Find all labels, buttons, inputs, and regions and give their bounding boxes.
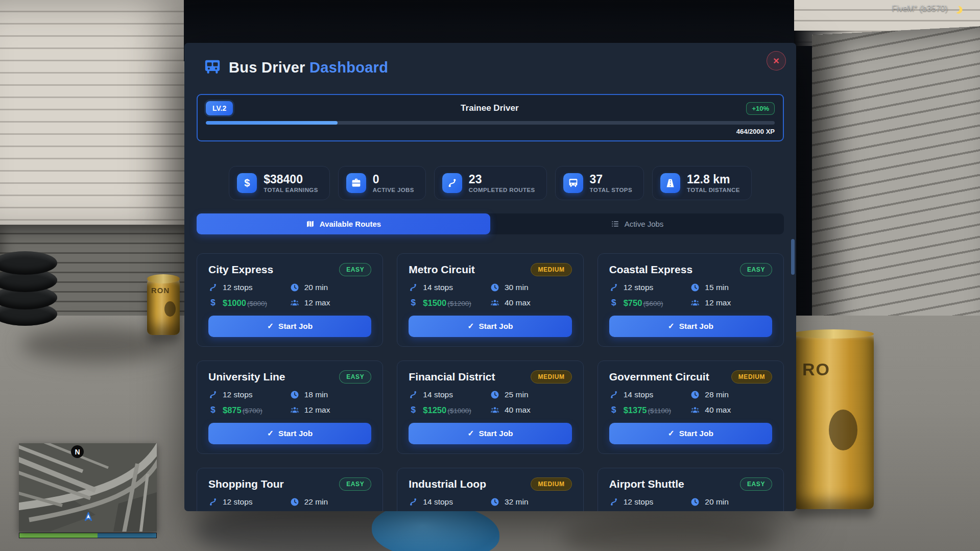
player-marker [83, 512, 93, 522]
clock-icon [690, 283, 700, 292]
check-icon: ✓ [467, 322, 474, 331]
route-icon [609, 283, 618, 292]
clock-icon [490, 390, 499, 399]
dollar-icon: $ [409, 405, 418, 415]
start-job-button[interactable]: ✓ Start Job [609, 423, 772, 444]
passengers-icon [490, 298, 499, 307]
close-button[interactable]: ✕ [767, 51, 786, 70]
stamina-bar [98, 533, 156, 538]
stops-detail: 14 stops [609, 390, 691, 399]
route-icon [442, 173, 462, 193]
pay-detail: $ $1375($1100) [609, 405, 691, 415]
status-bars [19, 533, 157, 538]
stops-detail: 12 stops [609, 497, 691, 507]
page-title: Bus Driver Dashboard [229, 59, 388, 76]
difficulty-badge: MEDIUM [731, 370, 772, 384]
route-card: Metro Circuit MEDIUM 14 stops 30 min [397, 253, 583, 347]
bus-icon [563, 173, 583, 193]
difficulty-badge: EASY [339, 263, 371, 276]
xp-counter: 464/2000 XP [206, 128, 775, 135]
pay-detail: $ $1000($800) [208, 298, 290, 308]
start-job-button[interactable]: ✓ Start Job [208, 423, 371, 444]
siding-wall [0, 0, 193, 234]
difficulty-badge: EASY [339, 477, 371, 491]
stops-detail: 12 stops [208, 390, 290, 399]
start-job-button[interactable]: ✓ Start Job [208, 316, 371, 337]
stops-detail: 14 stops [409, 390, 490, 399]
clock-icon [290, 390, 299, 399]
scrollbar-thumb[interactable] [791, 239, 795, 275]
time-detail: 28 min [690, 390, 772, 399]
xp-progress-fill [206, 121, 338, 125]
route-name: Industrial Loop [409, 478, 486, 490]
start-job-button[interactable]: ✓ Start Job [409, 423, 571, 444]
difficulty-badge: EASY [740, 477, 772, 491]
start-job-button[interactable]: ✓ Start Job [409, 316, 571, 337]
dollar-icon: $ [409, 298, 418, 308]
route-name: Financial District [409, 371, 495, 383]
list-icon [611, 220, 619, 228]
watermark-text: FiveM* (b3570) [892, 4, 948, 13]
difficulty-badge: MEDIUM [531, 263, 571, 276]
stat-active-jobs: 0 ACTIVE JOBS [338, 166, 426, 200]
time-detail: 32 min [490, 497, 572, 507]
dollar-icon: $ [609, 298, 618, 308]
rank-title: Trainee Driver [461, 103, 518, 113]
bonus-badge: +10% [746, 102, 775, 115]
route-name: Shopping Tour [208, 478, 284, 490]
moon-icon [951, 4, 960, 13]
clock-icon [290, 497, 299, 507]
level-progress-section: LV.2 Trainee Driver +10% 464/2000 XP [197, 94, 784, 141]
route-icon [409, 390, 418, 399]
passengers-icon [290, 405, 299, 415]
stops-detail: 12 stops [208, 497, 290, 507]
route-icon [208, 497, 218, 507]
time-detail: 20 min [690, 497, 772, 507]
time-detail: 22 min [290, 497, 372, 507]
stops-detail: 12 stops [208, 283, 290, 292]
tab-active-jobs[interactable]: Active Jobs [490, 213, 784, 234]
stops-detail: 12 stops [609, 283, 691, 292]
tab-available-routes[interactable]: Available Routes [197, 213, 490, 234]
capacity-detail: 40 max [490, 298, 572, 308]
route-card-grid: City Express EASY 12 stops 20 min [184, 253, 796, 511]
route-card: University Line EASY 12 stops 18 min [197, 361, 383, 454]
stats-row: $ $38400 TOTAL EARNINGS 0 ACTIVE JOBS [184, 166, 796, 200]
oil-barrel-large: RO [793, 333, 874, 509]
dollar-icon: $ [208, 298, 218, 308]
difficulty-badge: EASY [740, 263, 772, 276]
clock-icon [290, 283, 299, 292]
dollar-icon: $ [208, 405, 218, 415]
capacity-detail: 12 max [290, 298, 372, 308]
close-icon: ✕ [773, 56, 779, 66]
time-detail: 25 min [490, 390, 572, 399]
capacity-detail: 40 max [690, 405, 772, 415]
time-detail: 20 min [290, 283, 372, 292]
start-job-button[interactable]: ✓ Start Job [609, 316, 772, 337]
stat-total-stops: 37 TOTAL STOPS [555, 166, 644, 200]
stops-detail: 14 stops [409, 497, 490, 507]
route-icon [208, 390, 218, 399]
route-icon [609, 390, 618, 399]
dollar-icon: $ [609, 405, 618, 415]
passengers-icon [290, 298, 299, 307]
check-icon: ✓ [668, 429, 675, 438]
game-screen: RON RO FiveM* (b3570) Bus Driver Dashboa… [0, 0, 980, 551]
difficulty-badge: EASY [339, 370, 371, 384]
pay-detail: $ $875($700) [208, 405, 290, 415]
route-icon [409, 497, 418, 507]
modal-header: Bus Driver Dashboard ✕ [184, 43, 796, 92]
road-icon [660, 173, 680, 193]
route-card: Government Circuit MEDIUM 14 stops 28 mi… [597, 361, 784, 454]
time-detail: 18 min [290, 390, 372, 399]
route-icon [409, 283, 418, 292]
check-icon: ✓ [267, 429, 274, 438]
capacity-detail: 40 max [490, 405, 572, 415]
capacity-detail: 12 max [690, 298, 772, 308]
compass-north: N [71, 445, 84, 458]
check-icon: ✓ [267, 322, 274, 331]
pay-detail: $ $1500($1200) [409, 298, 490, 308]
route-card: Industrial Loop MEDIUM 14 stops 32 min [397, 468, 583, 511]
capacity-detail: 12 max [290, 405, 372, 415]
stops-detail: 14 stops [409, 283, 490, 292]
